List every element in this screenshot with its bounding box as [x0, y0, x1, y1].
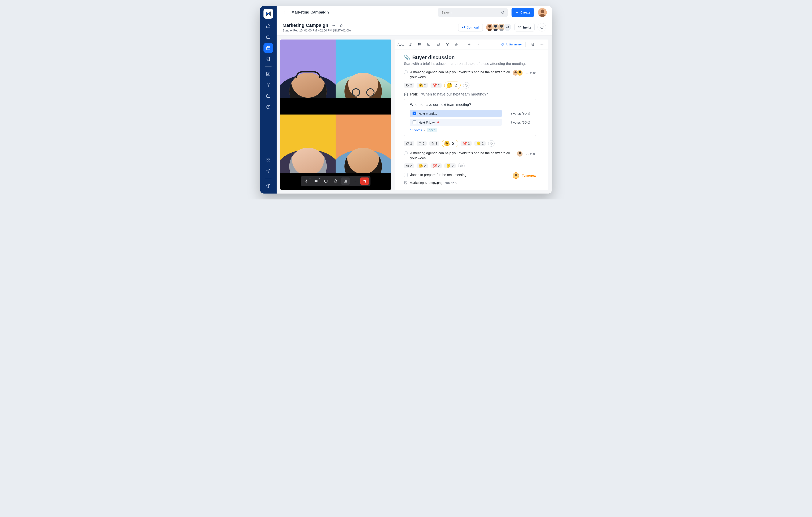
- svg-point-16: [541, 9, 544, 13]
- poll-total[interactable]: 10 votes: [410, 128, 422, 132]
- end-call-button[interactable]: [360, 178, 369, 185]
- more-menu[interactable]: [330, 22, 336, 28]
- camera-button[interactable]: ▴: [312, 178, 321, 185]
- ai-summary-button[interactable]: AI Summary: [501, 43, 522, 46]
- chip-tags[interactable]: 2: [429, 141, 439, 146]
- chip-copies[interactable]: 2: [404, 83, 414, 88]
- attachment-size: 755.4KB: [444, 181, 457, 184]
- agenda-item-1[interactable]: A meeting agenda can help you avoid this…: [404, 69, 536, 80]
- smile-plus-icon: [490, 142, 493, 145]
- nav-home[interactable]: [263, 21, 273, 31]
- me-avatar[interactable]: [538, 8, 547, 17]
- breadcrumb[interactable]: Marketing Campaign: [291, 10, 329, 14]
- screen-share-button[interactable]: [321, 178, 330, 185]
- chip-100[interactable]: 💯2: [431, 83, 442, 88]
- check-icon: [413, 112, 416, 115]
- section-title: Buyer discussion: [412, 55, 455, 60]
- reactions-row-2: 2 2 2 🤗3 💯2 🤔2: [404, 140, 536, 147]
- create-button[interactable]: Create: [512, 8, 534, 17]
- poll-option-2[interactable]: Next Friday ✹ 7 votes (70%): [410, 119, 530, 126]
- content-area: ▴ ▴ Add: T: [277, 36, 552, 193]
- poll-option-1[interactable]: Next Monday 3 votes (30%): [410, 110, 530, 117]
- tag-icon: [431, 142, 434, 145]
- gear-icon: [266, 169, 271, 173]
- chip-big-hug[interactable]: 🤗3: [442, 140, 458, 147]
- app-window: Marketing Campaign Create Marketing Camp…: [260, 6, 552, 193]
- nav-notes[interactable]: [263, 54, 273, 64]
- tb-history[interactable]: [529, 41, 536, 48]
- add-reaction[interactable]: [463, 82, 469, 89]
- participant-more[interactable]: +4: [503, 23, 512, 31]
- nav-settings[interactable]: [263, 166, 273, 176]
- participant-stack[interactable]: +4: [486, 23, 512, 31]
- chip-big-think[interactable]: 🤔2: [444, 82, 460, 89]
- svg-rect-9: [267, 160, 268, 161]
- svg-point-46: [541, 44, 541, 44]
- grid-layout-button[interactable]: [341, 178, 350, 185]
- tb-insert-more[interactable]: [475, 41, 482, 48]
- radio-unchecked[interactable]: [404, 70, 408, 74]
- chip-think-3[interactable]: 🤔2: [444, 163, 456, 169]
- nav-help[interactable]: [263, 181, 273, 190]
- pie-icon: [266, 104, 271, 109]
- assignee[interactable]: [517, 151, 523, 157]
- tb-text[interactable]: T: [407, 41, 413, 48]
- checkbox-unchecked[interactable]: [404, 173, 408, 177]
- attachment-row[interactable]: Marketing Strategy.png 755.4KB: [404, 181, 536, 185]
- agenda-item-2[interactable]: A meeting agenda can help you avoid this…: [404, 150, 536, 161]
- add-reaction-3[interactable]: [458, 163, 465, 169]
- invite-label: Invite: [523, 26, 531, 29]
- chip-copies-3[interactable]: 2: [404, 163, 414, 169]
- svg-rect-2: [267, 57, 270, 61]
- task-assignee[interactable]: [513, 173, 519, 179]
- svg-rect-41: [428, 43, 430, 45]
- chip-hug-3[interactable]: 🤗2: [416, 163, 428, 169]
- chip-100-b[interactable]: 💯2: [461, 141, 472, 146]
- tb-decision[interactable]: [444, 41, 451, 48]
- breadcrumb-back[interactable]: [282, 9, 288, 16]
- nav-analytics[interactable]: [263, 102, 273, 112]
- app-logo[interactable]: [263, 9, 273, 19]
- tb-poll[interactable]: [435, 41, 441, 48]
- tb-list[interactable]: [416, 41, 423, 48]
- poll-heading: Poll: "When to have our next team meetin…: [404, 92, 536, 96]
- search-input[interactable]: [441, 10, 499, 14]
- chip-links[interactable]: 2: [404, 141, 414, 146]
- reactions-row-1: 2 🤗2 💯2 🤔2: [404, 82, 536, 89]
- join-call-button[interactable]: Join call: [458, 23, 483, 31]
- task-item[interactable]: Jones to prepare for the next meeting To…: [404, 172, 536, 179]
- call-controls: ▴ ▴: [301, 176, 371, 186]
- nav-branch[interactable]: [263, 80, 273, 90]
- nav-reports[interactable]: [263, 69, 273, 79]
- nav-files[interactable]: [263, 91, 273, 101]
- radio-unchecked[interactable]: [404, 151, 408, 155]
- svg-point-44: [448, 43, 448, 43]
- chip-comments[interactable]: 2: [416, 141, 427, 146]
- nav-briefcase[interactable]: [263, 32, 273, 42]
- chat-button[interactable]: [538, 23, 546, 31]
- tb-checkbox[interactable]: [426, 41, 432, 48]
- mic-icon: [304, 179, 308, 183]
- svg-point-61: [491, 143, 491, 143]
- assignees[interactable]: [512, 70, 523, 76]
- svg-point-59: [432, 143, 433, 144]
- tb-insert[interactable]: [466, 41, 472, 48]
- chip-hug[interactable]: 🤗2: [416, 83, 428, 88]
- tb-attachment[interactable]: [454, 41, 460, 48]
- chip-think-b[interactable]: 🤔2: [474, 141, 486, 146]
- agenda-text: A meeting agenda can help you avoid this…: [410, 151, 514, 160]
- doc-panel: Add: T AI Summary: [395, 39, 548, 190]
- search-box[interactable]: [438, 8, 508, 17]
- svg-point-52: [519, 71, 521, 73]
- favorite-toggle[interactable]: [338, 22, 344, 28]
- svg-point-26: [500, 25, 503, 28]
- nav-apps[interactable]: [263, 155, 273, 164]
- call-more-button[interactable]: [351, 178, 359, 185]
- nav-calendar[interactable]: [263, 43, 273, 53]
- raise-hand-button[interactable]: [331, 178, 340, 185]
- invite-button[interactable]: Invite: [515, 23, 534, 31]
- mic-button[interactable]: ▴: [302, 178, 311, 185]
- tb-more[interactable]: [539, 41, 545, 48]
- add-reaction-2[interactable]: [488, 140, 495, 147]
- chip-100-3[interactable]: 💯2: [431, 163, 442, 169]
